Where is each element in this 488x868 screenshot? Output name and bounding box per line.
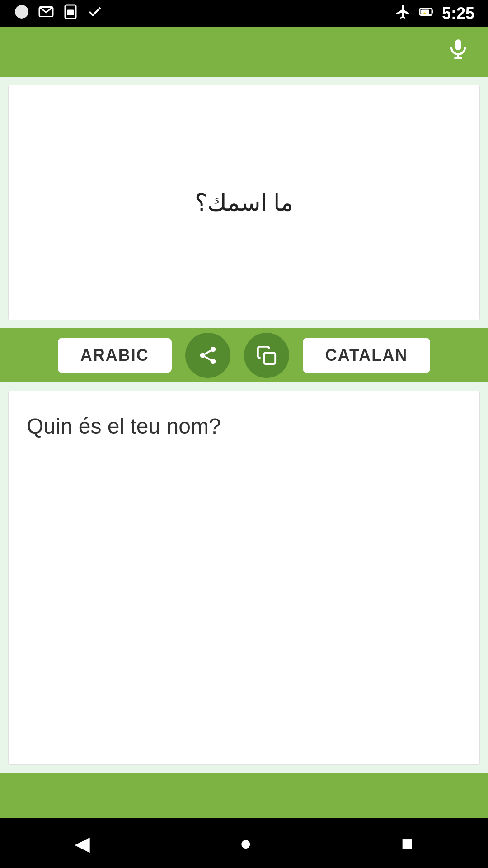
back-button[interactable]: ◀ [75, 832, 90, 855]
message-icon [14, 4, 30, 24]
bottom-bar [0, 773, 488, 818]
task-icon [87, 4, 103, 24]
source-text: ما اسمك؟ [195, 189, 293, 216]
home-button[interactable]: ● [239, 832, 252, 854]
battery-icon: ⚡ [418, 4, 435, 24]
status-time: 5:25 [442, 4, 474, 23]
target-panel: Quin és el teu nom? [8, 391, 480, 765]
status-left-icons [14, 4, 103, 24]
language-bar: ARABIC CATALAN [0, 328, 488, 382]
svg-point-11 [210, 347, 216, 352]
target-language-button[interactable]: CATALAN [303, 338, 431, 373]
svg-point-13 [210, 359, 216, 364]
share-button[interactable] [185, 333, 230, 378]
svg-line-15 [205, 350, 211, 354]
copy-button[interactable] [244, 333, 289, 378]
svg-text:⚡: ⚡ [422, 11, 427, 15]
gmail-icon [38, 4, 54, 24]
svg-point-0 [15, 5, 28, 19]
status-bar: ⚡ 5:25 [0, 0, 488, 27]
sim-icon [62, 4, 79, 24]
recent-button[interactable]: ■ [401, 832, 413, 854]
copy-icon [256, 345, 277, 366]
target-text: Quin és el teu nom? [27, 414, 221, 439]
main-content: ما اسمك؟ ARABIC CATALAN Quin és el teu n… [0, 77, 488, 818]
svg-rect-16 [264, 353, 275, 364]
svg-point-12 [200, 353, 205, 358]
svg-rect-3 [67, 10, 74, 15]
microphone-icon[interactable] [446, 38, 470, 66]
airplane-icon [395, 4, 411, 24]
status-right-icons: ⚡ 5:25 [395, 4, 474, 24]
source-language-button[interactable]: ARABIC [58, 338, 172, 373]
nav-bar: ◀ ● ■ [0, 818, 488, 868]
svg-rect-6 [432, 10, 433, 13]
svg-line-14 [205, 357, 211, 360]
share-icon [197, 345, 218, 366]
app-bar [0, 27, 488, 77]
svg-rect-8 [455, 39, 461, 50]
source-panel: ما اسمك؟ [8, 85, 480, 320]
